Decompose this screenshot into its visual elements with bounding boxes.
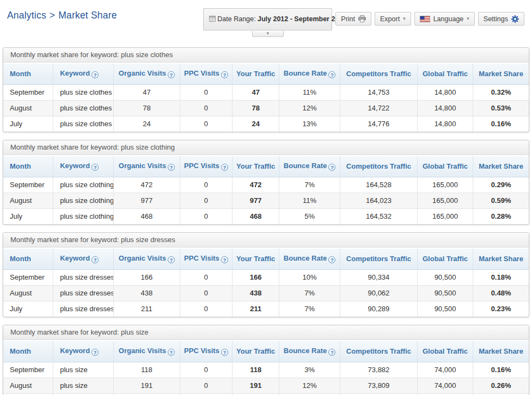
cell-competitors-traffic: 14,776 [340, 116, 418, 132]
cell-organic-visits: 166 [114, 270, 180, 286]
language-button[interactable]: Language ▾ [414, 12, 475, 26]
cell-organic-visits: 472 [114, 177, 180, 193]
column-label: Market Share [479, 70, 523, 78]
cell-market-share: 0.18% [473, 270, 529, 286]
print-label: Print [341, 15, 355, 23]
cell-global-traffic: 14,800 [417, 101, 473, 116]
cell-ppc-visits: 0 [180, 378, 233, 394]
column-label: Your Traffic [236, 162, 275, 170]
cell-bounce-rate: 12% [279, 378, 340, 394]
column-header-market-share: Market Share [473, 64, 529, 85]
column-header-your-traffic: Your Traffic [233, 64, 279, 85]
column-header-ppc-visits: PPC Visits? [180, 156, 233, 177]
cell-your-traffic: 977 [233, 193, 279, 209]
column-header-keyword: Keyword? [53, 341, 114, 362]
date-range-value: July 2012 - September 2012 [258, 15, 346, 23]
column-header-global-traffic: Global Traffic [417, 64, 473, 85]
breadcrumb-analytics-link[interactable]: Analytics [7, 10, 46, 21]
column-label: PPC Visits [184, 254, 219, 262]
print-button[interactable]: Print [335, 12, 371, 26]
help-icon[interactable]: ? [328, 164, 335, 171]
column-label: Competitors Traffic [346, 162, 411, 170]
cell-bounce-rate: 13% [279, 116, 340, 132]
column-header-your-traffic: Your Traffic [233, 249, 279, 270]
cell-market-share: 0.23% [473, 301, 529, 317]
column-label: Keyword [60, 69, 90, 77]
cell-market-share: 0.28% [473, 209, 529, 225]
help-icon[interactable]: ? [168, 256, 175, 263]
cell-month: August [3, 193, 53, 209]
column-label: Your Traffic [236, 347, 275, 355]
chevron-down-icon: ▾ [403, 16, 406, 21]
column-label: Your Traffic [236, 255, 275, 263]
export-label: Export [380, 15, 400, 23]
column-header-global-traffic: Global Traffic [417, 249, 473, 270]
help-icon[interactable]: ? [221, 349, 228, 356]
help-icon[interactable]: ? [168, 349, 175, 356]
column-label: Organic Visits [119, 254, 166, 262]
table-row: Julyplus size clothes2402413%14,77614,80… [3, 116, 529, 132]
help-icon[interactable]: ? [328, 349, 335, 356]
column-header-market-share: Market Share [473, 156, 529, 177]
settings-button[interactable]: Settings [478, 12, 524, 26]
column-header-organic-visits: Organic Visits? [114, 249, 180, 270]
column-label: Keyword [60, 347, 90, 355]
cell-competitors-traffic: 73,882 [340, 362, 418, 378]
cell-keyword: plus size [53, 378, 114, 394]
cell-keyword: plus size dresses [53, 301, 114, 317]
chevron-down-icon: ▾ [267, 30, 270, 36]
help-icon[interactable]: ? [168, 164, 175, 171]
column-header-organic-visits: Organic Visits? [114, 341, 180, 362]
date-range-label: Date Range: [217, 15, 255, 23]
help-icon[interactable]: ? [91, 256, 99, 263]
column-header-bounce-rate: Bounce Rate? [279, 249, 340, 270]
cell-organic-visits: 47 [114, 85, 180, 101]
cell-keyword: plus size dresses [53, 286, 114, 301]
cell-keyword: plus size clothes [53, 85, 114, 101]
cell-your-traffic: 191 [233, 378, 279, 394]
column-header-global-traffic: Global Traffic [417, 156, 473, 177]
column-header-ppc-visits: PPC Visits? [180, 64, 233, 85]
help-icon[interactable]: ? [221, 71, 228, 78]
export-button[interactable]: Export ▾ [375, 12, 411, 26]
table-title: Monthly market share for keyword: plus s… [3, 140, 529, 155]
column-header-ppc-visits: PPC Visits? [180, 249, 233, 270]
cell-month: September [3, 177, 53, 193]
help-icon[interactable]: ? [221, 164, 228, 171]
column-header-bounce-rate: Bounce Rate? [279, 64, 340, 85]
date-range-button[interactable]: Date Range: July 2012 - September 2012 [203, 8, 332, 30]
help-icon[interactable]: ? [328, 71, 335, 78]
column-header-bounce-rate: Bounce Rate? [279, 156, 340, 177]
cell-your-traffic: 118 [233, 362, 279, 378]
column-header-month: Month [3, 64, 53, 85]
cell-keyword: plus size dresses [53, 270, 114, 286]
printer-icon [358, 15, 366, 22]
gear-icon [511, 15, 519, 23]
column-label: Keyword [60, 254, 90, 262]
keyword-table-panel: Monthly market share for keyword: plus s… [3, 232, 529, 317]
help-icon[interactable]: ? [168, 71, 175, 78]
cell-market-share: 0.59% [473, 193, 529, 209]
table-title: Monthly market share for keyword: plus s… [3, 233, 529, 248]
help-icon[interactable]: ? [221, 256, 228, 263]
help-icon[interactable]: ? [91, 71, 99, 78]
column-header-competitors-traffic: Competitors Traffic [340, 156, 418, 177]
column-label: PPC Visits [184, 69, 219, 77]
cell-month: September [3, 270, 53, 286]
cell-competitors-traffic: 90,289 [340, 301, 418, 317]
top-bar: Analytics>Market Share Date Range: July … [0, 0, 532, 47]
help-icon[interactable]: ? [328, 256, 335, 263]
column-label: Market Share [479, 347, 523, 355]
cell-global-traffic: 90,500 [417, 301, 473, 317]
cell-ppc-visits: 0 [180, 116, 233, 132]
cell-ppc-visits: 0 [180, 209, 233, 225]
cell-month: July [3, 116, 53, 132]
date-range-dropdown-toggle[interactable]: ▾ [252, 31, 284, 37]
cell-global-traffic: 165,000 [417, 209, 473, 225]
help-icon[interactable]: ? [91, 164, 99, 171]
help-icon[interactable]: ? [91, 349, 99, 356]
cell-bounce-rate: 3% [279, 362, 340, 378]
breadcrumb-current-page: Market Share [58, 10, 117, 21]
column-header-bounce-rate: Bounce Rate? [279, 341, 340, 362]
cell-organic-visits: 24 [114, 116, 180, 132]
